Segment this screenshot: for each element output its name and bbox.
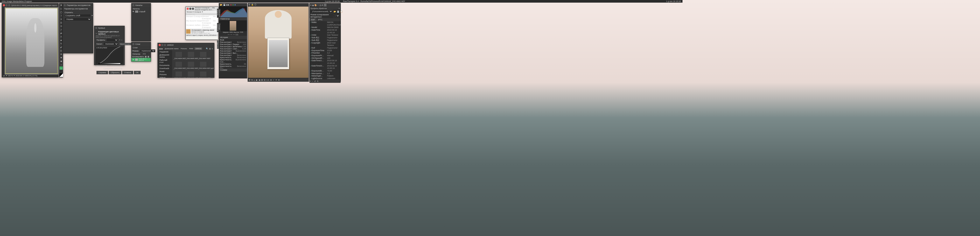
history-item[interactable]: Лок.контраст: Радиус120 bbox=[219, 43, 247, 46]
cancel-button[interactable]: Отмена bbox=[122, 71, 133, 74]
history-item[interactable]: RGB bbox=[219, 39, 247, 41]
eraser-tool[interactable]: ◫ bbox=[59, 49, 63, 52]
help-button[interactable]: Справка bbox=[97, 71, 108, 74]
history-item[interactable]: Красочность55 bbox=[219, 63, 247, 65]
sidebar-item[interactable]: Недавние bbox=[158, 50, 172, 53]
curves-tool[interactable]: ◡ bbox=[59, 67, 63, 70]
file-item[interactable]: _DSC4910.NEF bbox=[198, 71, 208, 78]
file-item[interactable]: _DSC4900.NEF bbox=[173, 62, 184, 70]
histogram[interactable] bbox=[219, 6, 247, 17]
file-item[interactable]: _DSC4894.NEF bbox=[173, 52, 184, 60]
file-item[interactable]: _DSC4897.NEF bbox=[198, 52, 208, 60]
add-icon[interactable]: + bbox=[119, 39, 120, 41]
sidebar-item[interactable]: Videos bbox=[158, 76, 172, 78]
wavelet-icon[interactable]: 〰 bbox=[317, 4, 319, 6]
curve-editor[interactable]: x:72,19 y:78,52 bbox=[95, 46, 123, 64]
layers-tab[interactable]: Слои bbox=[132, 46, 151, 49]
history-item[interactable]: Лок.контраст: Свет…0,25 bbox=[219, 48, 247, 50]
color-swatch[interactable] bbox=[59, 73, 63, 77]
toolbar-button[interactable]: △ bbox=[253, 79, 255, 81]
breadcrumb[interactable]: Домашняя папкаPicturesRAW190918 bbox=[164, 48, 205, 50]
menu-icon[interactable]: ≡ bbox=[212, 48, 213, 50]
close-icon[interactable] bbox=[159, 44, 161, 46]
heal-tool[interactable]: ✚ bbox=[59, 56, 63, 59]
track-row[interactable]: Михаил ЕлизаровМихаил ЕлизаровМи… bbox=[186, 15, 218, 20]
track-row[interactable]: Мы вышли покурить на 17 …Михаил Елизаров… bbox=[186, 20, 218, 24]
tag-blue-icon[interactable]: ■ bbox=[234, 4, 235, 6]
dropdown-icon[interactable]: ▾ bbox=[92, 14, 93, 17]
ok-button[interactable]: OK bbox=[134, 71, 141, 74]
back-icon[interactable]: ◀ bbox=[159, 48, 161, 50]
crumb[interactable]: 190918 bbox=[194, 48, 202, 50]
layer-row[interactable]: 👁2018-09-17-0003.tif bbox=[132, 58, 151, 62]
sidebar-item[interactable]: Documents bbox=[158, 64, 172, 67]
iptc-tab[interactable]: IPTC bbox=[316, 18, 325, 21]
history-header[interactable]: История bbox=[219, 36, 247, 39]
lock-icon[interactable]: 🔒 bbox=[251, 3, 253, 6]
toolbar-button[interactable]: ⦿ bbox=[248, 79, 250, 81]
rt-preview[interactable]: ⊟🔒ⓘ ⦿⧉△◐◑⊞⊟1:1⊕✓✕★ bbox=[248, 3, 309, 82]
toolbar-button[interactable]: ◑ bbox=[259, 79, 260, 81]
history-item[interactable]: Лок.контрастВключено bbox=[219, 54, 247, 56]
exif-row[interactable]: ✓DateTimeO…2018:09:19 13:45:19 bbox=[310, 59, 340, 65]
mode-select[interactable]: Нормальный bbox=[140, 49, 155, 52]
fwd-icon[interactable]: ▶ bbox=[161, 48, 163, 50]
sidebar-item[interactable]: Music bbox=[158, 70, 172, 73]
detail-icon[interactable]: ◉ bbox=[312, 4, 314, 6]
tag-red-icon[interactable]: ■ bbox=[230, 4, 231, 6]
toolbar-button[interactable]: ★ bbox=[278, 79, 280, 81]
bucket-tool[interactable]: ▰ bbox=[59, 38, 63, 42]
gimp-titlebar[interactable]: *[2018-09-17-0003] (импортирован)-1.0 (Г… bbox=[2, 3, 59, 7]
exif-row[interactable]: ✓ExposureTime1/125 bbox=[310, 49, 340, 52]
exif-row[interactable]: ✓DateTime2018:09:19 13:45:19 bbox=[310, 29, 340, 34]
dodge-tool[interactable]: ☼ bbox=[59, 63, 63, 66]
curve-type-icon[interactable]: ◡ bbox=[108, 65, 110, 67]
exif-row[interactable]: ✓DateTimeDi…2018:09:19 13:45:19 bbox=[310, 65, 340, 70]
crumb[interactable]: Pictures bbox=[180, 48, 188, 50]
move-tool[interactable]: ✥ bbox=[59, 3, 63, 7]
max-icon[interactable] bbox=[164, 44, 166, 46]
canvas[interactable] bbox=[5, 7, 59, 74]
history-item[interactable]: Лок.контрастВыключено bbox=[219, 50, 247, 52]
pencil-tool[interactable]: ✎ bbox=[59, 42, 63, 45]
fm-grid[interactable]: _DSC4894.NEF_DSC4895.NEF_DSC4897.NEF_DSC… bbox=[172, 50, 214, 78]
history-item[interactable]: Лок.контраст: Вкл… bbox=[219, 52, 247, 54]
exif-row[interactable]: ✓Sub.If[1]Подкаталог bbox=[310, 36, 340, 39]
exif-row[interactable]: ✓ExposurePr…Manual bbox=[310, 54, 340, 57]
crumb[interactable]: RAW bbox=[188, 48, 194, 50]
exif-row[interactable]: ✓MaxApertur…1,0 bbox=[310, 72, 340, 75]
close-icon[interactable] bbox=[64, 4, 66, 6]
lasso-tool[interactable]: ⌇ bbox=[59, 14, 63, 17]
history-item[interactable]: Лок.контрастВключено bbox=[219, 41, 247, 43]
toolbar-button[interactable]: ⊞ bbox=[261, 79, 263, 81]
channel-gray[interactable]: 👁Серый bbox=[132, 10, 151, 13]
info-icon[interactable]: ⓘ bbox=[255, 3, 256, 6]
clone-tool[interactable]: ⊛ bbox=[59, 52, 63, 56]
file-item[interactable]: _DSC4904.NEF bbox=[173, 71, 184, 78]
scale-tool[interactable]: ⤢ bbox=[59, 28, 63, 31]
close-icon[interactable] bbox=[3, 4, 5, 6]
toolbar-button[interactable]: ⊟ bbox=[264, 79, 266, 81]
opacity-input[interactable] bbox=[142, 53, 148, 55]
toolbar-button[interactable]: ⧉ bbox=[251, 79, 253, 81]
close-icon[interactable] bbox=[95, 27, 97, 29]
track-row[interactable]: Он меня любил, любила я…Михаил ЕлизаровМ… bbox=[186, 24, 218, 29]
history-item[interactable]: КрасочностьВключено bbox=[219, 56, 247, 59]
rotate-tool[interactable]: ⟲ bbox=[59, 24, 63, 28]
exif-list[interactable]: ✓MakeNIKON CORPORATION✓ModelNIKON D800✓D… bbox=[310, 21, 340, 80]
history-item[interactable]: Красочность: Сох…Выключено bbox=[219, 59, 247, 63]
reset-tag-icon[interactable]: ↺ bbox=[314, 80, 316, 82]
search-icon[interactable]: 🔍 bbox=[206, 48, 208, 50]
load-profile-icon[interactable]: 📂 bbox=[334, 11, 336, 13]
fuzzy-select-tool[interactable]: ✦ bbox=[59, 17, 63, 21]
exif-tab[interactable]: Exif bbox=[310, 18, 316, 21]
meta-mode-select[interactable]: Сох… bbox=[333, 14, 340, 17]
sidebar-item[interactable]: Рабочий стол bbox=[158, 59, 172, 64]
lock-pixels-icon[interactable]: ▦ bbox=[145, 55, 147, 58]
frame-select[interactable]: Оправа bbox=[65, 17, 91, 21]
file-item[interactable]: _DSC4894.NEF.pp3 bbox=[198, 62, 208, 70]
compare-link[interactable]: Сравнение до/после bbox=[103, 68, 122, 70]
tab-file-browser[interactable]: Файловой браузер bbox=[217, 9, 221, 18]
before-after-icon[interactable]: ⊟ bbox=[248, 3, 250, 6]
history-list[interactable]: RGBЛок.контрастВключеноЛок.контраст: Рад… bbox=[219, 39, 247, 68]
